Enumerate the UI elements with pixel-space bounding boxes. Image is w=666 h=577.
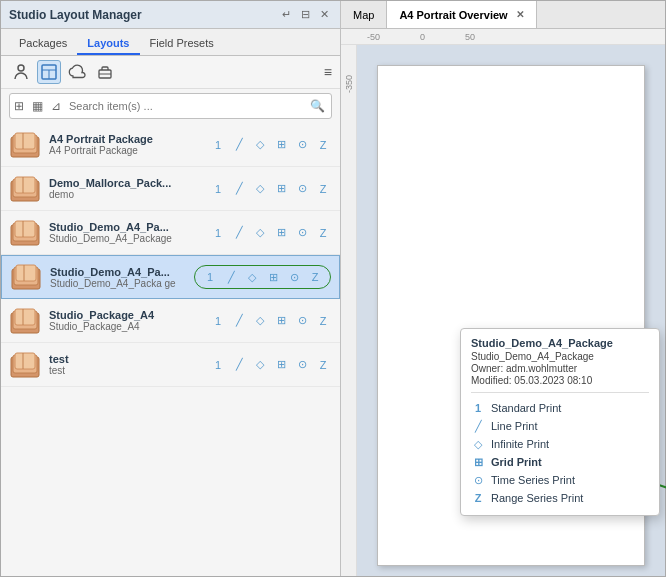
tooltip-item-label: Standard Print [491,402,561,414]
action-grid-5[interactable]: ⊞ [272,312,290,330]
list-item[interactable]: Studio_Package_A4 Studio_Package_A4 1 ╱ … [1,299,340,343]
tooltip-item-range[interactable]: Z Range Series Print [471,489,649,507]
list-item[interactable]: Studio_Demo_A4_Pa... Studio_Demo_A4_Pack… [1,211,340,255]
action-num-5[interactable]: 1 [209,312,227,330]
ruler-mark-left: -350 [344,75,354,93]
tab-map[interactable]: Map [341,1,387,28]
item-text-6: test test [49,353,209,376]
action-num-3[interactable]: 1 [209,224,227,242]
range-series-icon: Z [471,491,485,505]
action-z-5[interactable]: Z [314,312,332,330]
item-icon-4 [10,261,42,293]
view-toggle-icon[interactable]: ⊞ [10,97,28,115]
item-icon-3 [9,217,41,249]
action-grid-3[interactable]: ⊞ [272,224,290,242]
tab-close-icon[interactable]: ✕ [516,9,524,20]
cloud-icon[interactable] [65,60,89,84]
person-icon[interactable] [9,60,33,84]
item-title-1: A4 Portrait Package [49,133,209,145]
search-input[interactable] [65,98,304,114]
tab-a4-overview[interactable]: A4 Portrait Overview ✕ [387,1,536,28]
svg-rect-24 [15,309,35,325]
tab-field-presets[interactable]: Field Presets [140,33,224,55]
action-num-4[interactable]: 1 [201,268,219,286]
action-clock-1[interactable]: ⊙ [293,136,311,154]
action-grid-2[interactable]: ⊞ [272,180,290,198]
hamburger-icon[interactable]: ≡ [324,64,332,80]
item-text-3: Studio_Demo_A4_Pa... Studio_Demo_A4_Pack… [49,221,209,244]
panel-titlebar: Studio Layout Manager ↵ ⊟ ✕ [1,1,340,29]
svg-rect-16 [15,221,35,237]
layout-icon[interactable] [37,60,61,84]
action-num-6[interactable]: 1 [209,356,227,374]
svg-rect-12 [15,177,35,193]
action-diamond-1[interactable]: ◇ [251,136,269,154]
panel-title: Studio Layout Manager [9,8,142,22]
time-series-icon: ⊙ [471,473,485,487]
item-actions-2: 1 ╱ ◇ ⊞ ⊙ Z [209,180,332,198]
minimize-button[interactable]: ⊟ [298,7,313,22]
ruler-mark: -50 [367,32,380,42]
item-text-2: Demo_Mallorca_Pack... demo [49,177,209,200]
action-line-5[interactable]: ╱ [230,312,248,330]
item-subtitle-3: Studio_Demo_A4_Package [49,233,209,244]
action-num-1[interactable]: 1 [209,136,227,154]
briefcase-icon[interactable] [93,60,117,84]
tab-layouts[interactable]: Layouts [77,33,139,55]
action-grid-4[interactable]: ⊞ [264,268,282,286]
grid-view-icon[interactable]: ▦ [28,97,47,115]
ruler-mark: 50 [465,32,475,42]
filter-icon[interactable]: ⊿ [47,97,65,115]
item-icon-2 [9,173,41,205]
titlebar-controls: ↵ ⊟ ✕ [279,7,332,22]
tooltip-title: Studio_Demo_A4_Package [471,337,649,349]
action-z-4[interactable]: Z [306,268,324,286]
search-bar: ⊞ ▦ ⊿ 🔍 [9,93,332,119]
action-diamond-3[interactable]: ◇ [251,224,269,242]
action-num-2[interactable]: 1 [209,180,227,198]
action-line-6[interactable]: ╱ [230,356,248,374]
action-diamond-5[interactable]: ◇ [251,312,269,330]
action-z-3[interactable]: Z [314,224,332,242]
action-diamond-6[interactable]: ◇ [251,356,269,374]
tooltip-item-infinite[interactable]: ◇ Infinite Print [471,435,649,453]
action-line-4[interactable]: ╱ [222,268,240,286]
svg-rect-20 [16,265,36,281]
action-grid-6[interactable]: ⊞ [272,356,290,374]
action-diamond-4[interactable]: ◇ [243,268,261,286]
action-z-2[interactable]: Z [314,180,332,198]
item-title-5: Studio_Package_A4 [49,309,209,321]
action-z-1[interactable]: Z [314,136,332,154]
action-clock-5[interactable]: ⊙ [293,312,311,330]
tooltip-item-grid[interactable]: ⊞ Grid Print [471,453,649,471]
action-clock-4[interactable]: ⊙ [285,268,303,286]
list-item[interactable]: Demo_Mallorca_Pack... demo 1 ╱ ◇ ⊞ ⊙ Z [1,167,340,211]
action-line-1[interactable]: ╱ [230,136,248,154]
map-canvas[interactable]: Studio_Demo_A4_Package Studio_Demo_A4_Pa… [357,45,665,576]
list-item[interactable]: A4 Portrait Package A4 Portrait Package … [1,123,340,167]
list-item[interactable]: test test 1 ╱ ◇ ⊞ ⊙ Z [1,343,340,387]
item-subtitle-5: Studio_Package_A4 [49,321,209,332]
tooltip-item-timeseries[interactable]: ⊙ Time Series Print [471,471,649,489]
tooltip-item-standard[interactable]: 1 Standard Print [471,399,649,417]
action-line-2[interactable]: ╱ [230,180,248,198]
close-button[interactable]: ✕ [317,7,332,22]
action-clock-6[interactable]: ⊙ [293,356,311,374]
pin-button[interactable]: ↵ [279,7,294,22]
action-clock-3[interactable]: ⊙ [293,224,311,242]
action-line-3[interactable]: ╱ [230,224,248,242]
action-clock-2[interactable]: ⊙ [293,180,311,198]
action-diamond-2[interactable]: ◇ [251,180,269,198]
line-print-icon: ╱ [471,419,485,433]
tooltip-line3: Modified: 05.03.2023 08:10 [471,375,649,386]
tab-packages[interactable]: Packages [9,33,77,55]
panel-tabs: Packages Layouts Field Presets [1,29,340,56]
item-title-3: Studio_Demo_A4_Pa... [49,221,209,233]
tooltip-item-label: Grid Print [491,456,542,468]
search-button[interactable]: 🔍 [304,97,331,115]
tooltip-item-line[interactable]: ╱ Line Print [471,417,649,435]
list-item-selected[interactable]: Studio_Demo_A4_Pa... Studio_Demo_A4_Pack… [1,255,340,299]
tooltip-divider [471,392,649,393]
action-z-6[interactable]: Z [314,356,332,374]
action-grid-1[interactable]: ⊞ [272,136,290,154]
